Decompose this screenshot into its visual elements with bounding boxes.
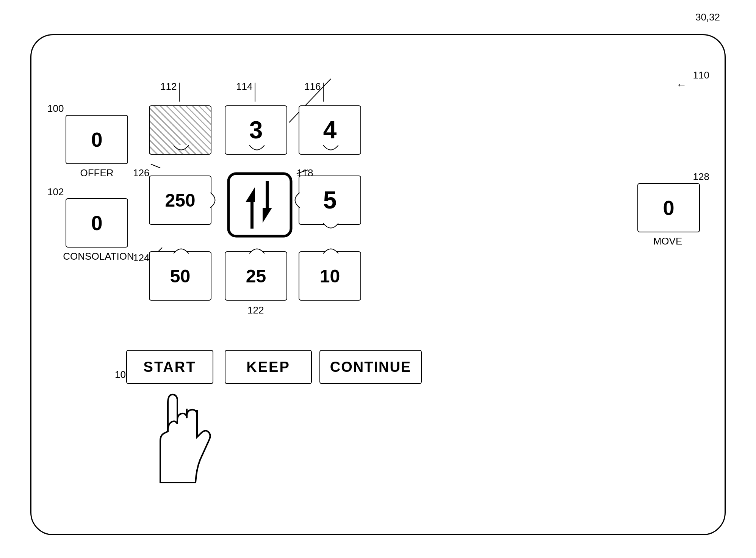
svg-marker-10 [246, 187, 255, 202]
consolation-box[interactable]: 0 [66, 198, 128, 248]
svg-line-4 [151, 164, 160, 168]
ref-122: 122 [247, 304, 264, 316]
connectors-svg [31, 35, 725, 534]
notch-124-t [174, 242, 189, 254]
offer-label: OFFER [66, 167, 128, 179]
notch-122-t [249, 242, 265, 254]
ref-128: 128 [693, 171, 709, 183]
ref-114: 114 [236, 81, 252, 92]
offer-value: 0 [91, 128, 102, 151]
svg-rect-9 [229, 174, 291, 236]
consolation-label: CONSOLATION [55, 251, 142, 262]
box-5[interactable]: 5 [299, 176, 361, 225]
box-50[interactable]: 50 [149, 251, 211, 301]
ref-126: 126 [133, 167, 149, 179]
main-screen: 110 ← 100 0 OFFER 102 0 CONSOLATION 112 … [30, 34, 726, 535]
keep-label: KEEP [246, 359, 290, 375]
move-value: 0 [663, 196, 674, 219]
page-wrapper: 30,32 110 ← 100 [0, 0, 756, 558]
offer-box[interactable]: 0 [66, 115, 128, 164]
box250-value: 250 [165, 190, 195, 211]
keep-button[interactable]: KEEP [225, 350, 312, 384]
ref-110-arrow: ← [676, 79, 687, 91]
notch-112 [174, 145, 189, 157]
top-ref-label: 30,32 [695, 11, 720, 23]
box4-value: 4 [323, 116, 337, 144]
notch-116 [323, 145, 338, 157]
notch-126-r [210, 193, 222, 208]
box-25[interactable]: 25 [225, 251, 287, 301]
box50-value: 50 [170, 266, 190, 287]
consolation-value: 0 [91, 211, 102, 235]
notch-114 [249, 145, 265, 157]
notch-10-t [323, 242, 338, 254]
continue-button[interactable]: CONTINUE [319, 350, 422, 384]
ref-112: 112 [160, 81, 177, 92]
center-arrow-svg [225, 170, 295, 240]
move-box[interactable]: 0 [637, 183, 700, 232]
box3-value: 3 [249, 116, 263, 144]
hand-icon [139, 365, 223, 486]
notch-120-b [323, 223, 338, 235]
box25-value: 25 [246, 266, 266, 287]
notch-120-l [288, 193, 300, 208]
move-label: MOVE [641, 235, 694, 247]
svg-marker-12 [263, 208, 272, 223]
ref-124: 124 [133, 252, 149, 264]
ref-116: 116 [304, 81, 321, 92]
ref-102: 102 [47, 186, 64, 198]
box-250[interactable]: 250 [149, 176, 211, 225]
ref-100: 100 [47, 103, 64, 114]
box5-value: 5 [323, 186, 337, 214]
box-10[interactable]: 10 [299, 251, 361, 301]
continue-label: CONTINUE [330, 359, 411, 375]
box10-value: 10 [320, 266, 340, 287]
ref-110: 110 [693, 69, 709, 81]
